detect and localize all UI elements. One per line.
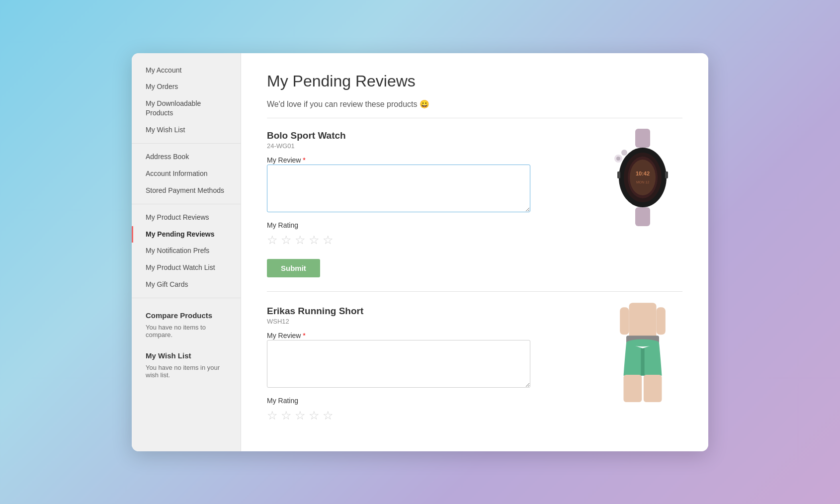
wish-list-title: My Wish List	[146, 351, 227, 360]
star-1-5[interactable]: ☆	[323, 233, 334, 247]
review-label-1: My Review *	[267, 156, 306, 164]
svg-point-11	[621, 150, 627, 156]
subtitle-text: We'd love if you can review these produc…	[267, 100, 429, 108]
main-content: My Pending Reviews We'd love if you can …	[241, 53, 708, 451]
page-title: My Pending Reviews	[267, 72, 682, 90]
app-window: My Account My Orders My Downloadable Pro…	[132, 53, 708, 451]
svg-rect-18	[624, 375, 642, 402]
svg-point-12	[616, 157, 620, 161]
sidebar-item-my-gift-cards[interactable]: My Gift Cards	[132, 276, 241, 293]
required-marker-2: *	[303, 332, 305, 339]
review-label-2: My Review *	[267, 332, 306, 339]
star-1-3[interactable]: ☆	[295, 233, 306, 247]
compare-products-section: Compare Products You have no items to co…	[132, 303, 241, 343]
sidebar-item-address-book[interactable]: Address Book	[132, 149, 241, 166]
product-header-1: Bolo Sport Watch 24-WG01 My Review *	[267, 130, 682, 212]
sidebar-item-stored-payment-methods[interactable]: Stored Payment Methods	[132, 182, 241, 199]
compare-products-empty: You have no items to compare.	[146, 324, 227, 338]
svg-rect-1	[635, 207, 650, 226]
sidebar: My Account My Orders My Downloadable Pro…	[132, 53, 241, 451]
title-divider	[267, 118, 682, 118]
star-2-2[interactable]: ☆	[281, 409, 292, 422]
star-2-1[interactable]: ☆	[267, 409, 278, 422]
wish-list-empty: You have no items in your wish list.	[146, 364, 227, 379]
sidebar-item-my-pending-reviews[interactable]: My Pending Reviews	[132, 226, 241, 243]
product-review-block-1: Bolo Sport Watch 24-WG01 My Review *	[267, 130, 682, 277]
svg-point-5	[630, 160, 656, 195]
submit-button-1[interactable]: Submit	[267, 259, 320, 277]
star-1-1[interactable]: ☆	[267, 233, 278, 247]
watch-svg: 10:42 MON 12	[610, 128, 675, 227]
review-textarea-1[interactable]	[267, 165, 530, 212]
stars-2[interactable]: ☆ ☆ ☆ ☆ ☆	[267, 409, 682, 422]
product-header-2: Erikas Running Short WSH12 My Review *	[267, 306, 682, 388]
sidebar-item-my-product-reviews[interactable]: My Product Reviews	[132, 209, 241, 226]
sidebar-item-my-wish-list[interactable]: My Wish List	[132, 122, 241, 139]
product-image-1: 10:42 MON 12	[603, 125, 682, 230]
sidebar-section-account: My Account My Orders My Downloadable Pro…	[132, 62, 241, 144]
svg-rect-19	[644, 375, 662, 402]
product-divider	[267, 291, 682, 292]
required-marker-1: *	[303, 156, 305, 164]
compare-products-title: Compare Products	[146, 311, 227, 320]
product-review-block-2: Erikas Running Short WSH12 My Review *	[267, 306, 682, 422]
sidebar-item-my-orders[interactable]: My Orders	[132, 79, 241, 95]
page-subtitle: We'd love if you can review these produc…	[267, 99, 682, 109]
svg-rect-15	[657, 307, 666, 335]
stars-1[interactable]: ☆ ☆ ☆ ☆ ☆	[267, 233, 682, 247]
svg-text:10:42: 10:42	[636, 170, 650, 176]
svg-rect-0	[635, 129, 650, 148]
svg-rect-17	[641, 348, 644, 375]
svg-rect-9	[665, 171, 668, 178]
sidebar-item-my-downloadable-products[interactable]: My Downloadable Products	[132, 95, 241, 122]
svg-rect-14	[620, 307, 629, 335]
svg-rect-8	[617, 171, 620, 178]
sidebar-item-account-information[interactable]: Account Information	[132, 166, 241, 182]
sidebar-section-reviews: My Product Reviews My Pending Reviews My…	[132, 209, 241, 298]
svg-rect-13	[629, 303, 657, 339]
wish-list-section: My Wish List You have no items in your w…	[132, 343, 241, 384]
sidebar-section-settings: Address Book Account Information Stored …	[132, 149, 241, 204]
sidebar-item-my-product-watch-list[interactable]: My Product Watch List	[132, 259, 241, 276]
svg-text:MON 12: MON 12	[636, 180, 649, 184]
sidebar-item-my-account[interactable]: My Account	[132, 62, 241, 79]
product-image-2	[603, 301, 682, 405]
star-2-3[interactable]: ☆	[295, 409, 306, 422]
star-1-2[interactable]: ☆	[281, 233, 292, 247]
star-1-4[interactable]: ☆	[309, 233, 320, 247]
svg-point-20	[626, 339, 659, 346]
sidebar-item-my-notification-prefs[interactable]: My Notification Prefs	[132, 243, 241, 259]
review-textarea-2[interactable]	[267, 340, 530, 388]
shorts-svg	[615, 298, 670, 408]
star-2-5[interactable]: ☆	[323, 409, 334, 422]
star-2-4[interactable]: ☆	[309, 409, 320, 422]
